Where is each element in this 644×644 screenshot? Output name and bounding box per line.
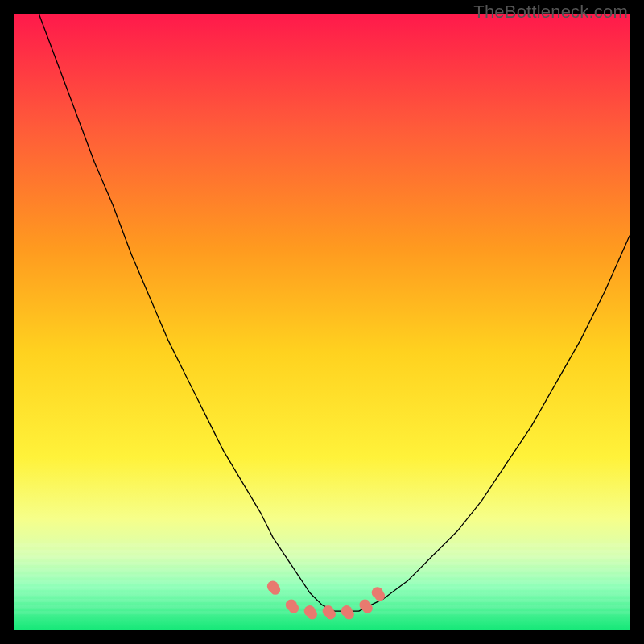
svg-rect-5: [14, 574, 630, 577]
svg-point-16: [344, 609, 354, 620]
svg-rect-8: [14, 592, 630, 596]
svg-rect-11: [14, 611, 630, 614]
svg-rect-3: [14, 562, 630, 565]
svg-point-15: [325, 609, 336, 620]
svg-point-17: [362, 603, 373, 613]
svg-rect-1: [14, 550, 630, 553]
svg-rect-0: [14, 543, 630, 547]
svg-point-13: [289, 603, 299, 613]
svg-rect-6: [14, 580, 630, 584]
chart-background: [14, 14, 630, 630]
svg-rect-9: [14, 599, 630, 602]
svg-rect-2: [14, 555, 630, 559]
chart-plot-area: [14, 14, 630, 630]
svg-rect-7: [14, 587, 630, 590]
chart-svg: [14, 14, 630, 630]
chart-frame: TheBottleneck.com: [0, 0, 644, 644]
svg-point-12: [270, 584, 281, 595]
svg-rect-4: [14, 568, 630, 572]
watermark-label: TheBottleneck.com: [473, 2, 628, 23]
svg-point-14: [307, 609, 317, 620]
svg-point-18: [374, 591, 385, 601]
